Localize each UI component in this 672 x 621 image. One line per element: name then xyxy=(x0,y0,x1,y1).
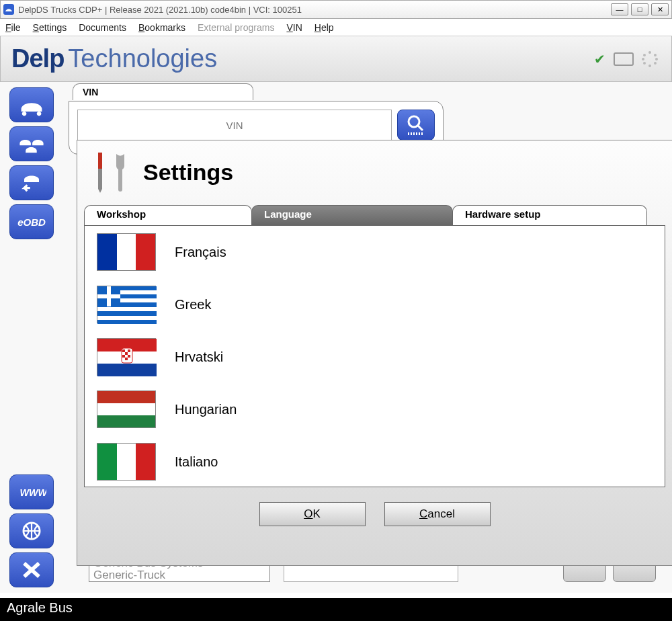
menubar: File Settings Documents Bookmarks Extern… xyxy=(0,19,672,36)
sidebar-www-button[interactable]: WWW xyxy=(9,474,54,509)
settings-dialog: Settings Workshop Language Hardware setu… xyxy=(77,140,672,566)
svg-rect-24 xyxy=(125,358,128,360)
logo-part1: Delp xyxy=(11,44,64,73)
svg-rect-20 xyxy=(128,349,130,352)
svg-rect-17 xyxy=(97,364,157,376)
svg-rect-6 xyxy=(118,165,122,192)
svg-text:WWW: WWW xyxy=(19,487,46,498)
svg-rect-22 xyxy=(122,355,125,358)
svg-rect-5 xyxy=(98,169,102,189)
svg-rect-14 xyxy=(97,294,120,298)
svg-rect-19 xyxy=(122,349,125,352)
menu-file[interactable]: File xyxy=(5,22,21,33)
loading-dots-icon xyxy=(642,51,658,67)
statusbar: Agrale Bus xyxy=(0,598,672,621)
ok-button[interactable]: OK xyxy=(259,502,366,526)
sidebar-globe-button[interactable] xyxy=(9,513,54,548)
flag-croatia-icon xyxy=(97,338,156,376)
menu-bookmarks[interactable]: Bookmarks xyxy=(138,22,185,33)
svg-rect-23 xyxy=(128,355,130,358)
language-list: Français Greek Hrvatski Hungarian Italia… xyxy=(84,225,665,487)
flag-hungary-icon xyxy=(97,390,156,428)
check-icon: ✔ xyxy=(594,51,605,67)
sidebar-car-back-button[interactable] xyxy=(9,165,54,200)
sidebar-close-x-button[interactable] xyxy=(9,552,54,587)
vin-search-button[interactable] xyxy=(397,110,435,140)
language-item-hrvatski[interactable]: Hrvatski xyxy=(85,331,665,383)
settings-tools-icon xyxy=(93,150,131,194)
minimize-button[interactable]: — xyxy=(611,3,628,15)
sidebar-car-button[interactable] xyxy=(9,87,54,122)
vin-input[interactable] xyxy=(77,110,392,140)
menu-documents[interactable]: Documents xyxy=(79,22,126,33)
menu-external-programs: External programs xyxy=(198,22,274,33)
tab-hardware[interactable]: Hardware setup xyxy=(452,205,647,225)
header-bar: Delp Technologies ✔ xyxy=(0,36,672,82)
menu-help[interactable]: Help xyxy=(314,22,334,33)
vin-tab[interactable]: VIN xyxy=(73,83,253,100)
language-item-francais[interactable]: Français xyxy=(85,226,665,278)
tab-language[interactable]: Language xyxy=(251,205,453,225)
svg-rect-10 xyxy=(97,307,157,311)
language-item-italiano[interactable]: Italiano xyxy=(85,436,665,487)
app-icon xyxy=(3,4,14,15)
card-icon xyxy=(614,52,634,66)
logo-part2: Technologies xyxy=(68,44,217,73)
sidebar-multi-car-button[interactable] xyxy=(9,126,54,161)
maximize-button[interactable]: □ xyxy=(631,3,648,15)
sidebar-eobd-button[interactable]: eOBD xyxy=(9,204,54,239)
svg-point-3 xyxy=(409,116,419,127)
svg-rect-4 xyxy=(98,153,102,169)
window-title: DelpDS Trucks CDP+ | Release 2021 (2021.… xyxy=(18,5,611,15)
menu-vin[interactable]: VIN xyxy=(286,22,302,33)
menu-settings[interactable]: Settings xyxy=(33,22,67,33)
svg-rect-11 xyxy=(97,316,157,320)
cancel-button[interactable]: Cancel xyxy=(384,502,491,526)
tab-workshop[interactable]: Workshop xyxy=(84,205,252,225)
close-button[interactable]: ✕ xyxy=(651,3,669,15)
svg-rect-21 xyxy=(125,352,128,355)
language-item-greek[interactable]: Greek xyxy=(85,278,665,331)
flag-greece-icon xyxy=(97,286,156,323)
flag-italy-icon xyxy=(97,443,156,481)
language-item-hungarian[interactable]: Hungarian xyxy=(85,383,665,436)
search-barcode-icon xyxy=(405,114,427,136)
dialog-title: Settings xyxy=(143,159,233,185)
sidebar: eOBD WWW xyxy=(0,82,63,593)
flag-france-icon xyxy=(97,233,156,271)
titlebar: DelpDS Trucks CDP+ | Release 2021 (2021.… xyxy=(0,0,672,19)
